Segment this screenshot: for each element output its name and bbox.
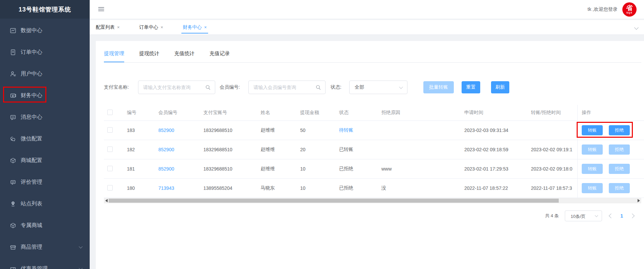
select-all-checkbox[interactable] bbox=[107, 110, 113, 115]
refresh-button[interactable]: 刷新 bbox=[491, 81, 509, 93]
transfer-button[interactable]: 转账 bbox=[582, 164, 603, 174]
row-checkbox[interactable] bbox=[107, 127, 113, 133]
tab-order-center[interactable]: 订单中心 × bbox=[139, 20, 163, 35]
cell-alipay: 18329688510 bbox=[200, 128, 257, 133]
brand-logo-sub: SQX bbox=[626, 12, 632, 14]
table-row: 181 852900 18329688510 赵维维 10 已拒绝 www 20… bbox=[104, 159, 644, 179]
comment-icon bbox=[9, 179, 16, 185]
top-bar: tk ,欢迎您登录 省 SQX bbox=[90, 0, 644, 19]
status-label: 状态: bbox=[331, 81, 341, 94]
reset-button[interactable]: 重置 bbox=[462, 81, 480, 93]
shop-icon bbox=[9, 244, 16, 250]
pagination-total: 共 4 条 bbox=[545, 213, 559, 219]
subtab-recharge-stats[interactable]: 充值统计 bbox=[174, 50, 195, 62]
cell-apply-time: 2023-02-03 09:31:34 bbox=[461, 128, 528, 133]
transfer-button[interactable]: 转账 bbox=[582, 183, 603, 193]
batch-transfer-button[interactable]: 批量转账 bbox=[423, 81, 454, 93]
sidebar-item-order-center[interactable]: 订单中心 bbox=[0, 41, 90, 63]
content-card: 提现管理 提现统计 充值统计 充值记录 支付宝名称: 会员编号: 状态: bbox=[96, 41, 644, 269]
status-badge: 待转账 bbox=[336, 127, 378, 133]
brand-logo[interactable]: 省 SQX bbox=[622, 2, 637, 17]
cell-alipay: 18329688510 bbox=[200, 166, 257, 172]
cell-apply-time: 2023-02-01 17:29:53 bbox=[461, 166, 528, 172]
row-checkbox[interactable] bbox=[107, 185, 113, 190]
welcome-text: tk ,欢迎您登录 bbox=[587, 6, 618, 13]
scroll-right-arrow-icon[interactable] bbox=[638, 199, 640, 202]
member-id-link[interactable]: 713943 bbox=[158, 185, 174, 191]
next-page-icon[interactable] bbox=[630, 214, 635, 218]
scrollbar-thumb[interactable] bbox=[109, 199, 559, 203]
search-icon[interactable] bbox=[315, 85, 321, 92]
sidebar-item-review-manage[interactable]: 评价管理 bbox=[0, 171, 90, 193]
page-size-select[interactable]: 10条/页 bbox=[565, 210, 602, 221]
status-select[interactable]: 全部 bbox=[349, 81, 407, 94]
sidebar-item-exclusive-mall[interactable]: 专属商城 bbox=[0, 215, 90, 236]
sidebar-item-data-center[interactable]: 数据中心 bbox=[0, 20, 90, 41]
row-checkbox[interactable] bbox=[107, 147, 113, 152]
brand-logo-char: 省 bbox=[626, 5, 633, 11]
cell-transfer-time: 2023-02-02 09:19:1 bbox=[528, 147, 577, 152]
member-id-link[interactable]: 852900 bbox=[158, 128, 174, 133]
sidebar-item-label: 微信配置 bbox=[21, 135, 42, 142]
subtab-recharge-records[interactable]: 充值记录 bbox=[209, 50, 230, 62]
close-icon[interactable]: × bbox=[161, 25, 163, 30]
cell-amount: 50 bbox=[297, 128, 336, 133]
sidebar-item-label: 财务中心 bbox=[21, 92, 42, 99]
sidebar-menu: 数据中心 订单中心 用户中心 财务中心 消息中心 bbox=[0, 20, 90, 269]
cell-alipay: 13895585204 bbox=[200, 185, 257, 191]
member-id-link[interactable]: 852900 bbox=[158, 147, 174, 152]
chevron-down-icon bbox=[399, 85, 403, 89]
cell-alipay: 18329688510 bbox=[200, 147, 257, 152]
table-row: 183 852900 18329688510 赵维维 50 待转账 2023-0… bbox=[104, 121, 644, 140]
sidebar-item-goods-manage[interactable]: 商品管理 bbox=[0, 236, 90, 258]
tab-label: 配置列表 bbox=[96, 24, 115, 30]
sidebar-item-label: 优惠券管理 bbox=[21, 265, 48, 269]
member-id-input[interactable] bbox=[253, 81, 313, 94]
alipay-name-input[interactable] bbox=[143, 81, 203, 94]
member-id-link[interactable]: 852900 bbox=[158, 166, 174, 172]
reject-button[interactable]: 拒绝 bbox=[609, 144, 630, 155]
sidebar-item-coupon-manage[interactable]: 优惠券管理 bbox=[0, 258, 90, 269]
cell-name: 赵维维 bbox=[257, 166, 297, 172]
tab-label: 订单中心 bbox=[139, 24, 158, 30]
tabs-dropdown-chevron-icon[interactable] bbox=[634, 25, 639, 30]
cell-amount: 10 bbox=[297, 185, 336, 191]
withdraw-table: 编号 会员编号 支付宝账号 姓名 提现金额 状态 拒绝原因 申请时间 转账/拒绝… bbox=[104, 105, 644, 198]
search-icon[interactable] bbox=[205, 85, 211, 92]
sidebar-item-finance-center[interactable]: 财务中心 bbox=[0, 85, 90, 106]
member-id-input-wrap bbox=[248, 81, 326, 94]
subtab-withdraw-manage[interactable]: 提现管理 bbox=[104, 50, 124, 62]
sidebar-item-mall-config[interactable]: 商城配置 bbox=[0, 150, 90, 171]
sidebar-item-label: 数据中心 bbox=[21, 27, 42, 34]
close-icon[interactable]: × bbox=[117, 25, 120, 30]
wechat-icon bbox=[9, 135, 16, 142]
close-icon[interactable]: × bbox=[204, 25, 207, 30]
transfer-button[interactable]: 转账 bbox=[582, 144, 603, 155]
tab-config-list[interactable]: 配置列表 × bbox=[96, 20, 120, 35]
hamburger-menu-icon[interactable] bbox=[98, 6, 105, 13]
prev-page-icon[interactable] bbox=[609, 214, 614, 218]
sidebar-item-label: 评价管理 bbox=[21, 179, 42, 186]
page-size-value: 10条/页 bbox=[571, 214, 585, 220]
cell-name: 赵维维 bbox=[257, 127, 297, 133]
sidebar-item-wechat-config[interactable]: 微信配置 bbox=[0, 128, 90, 150]
sidebar-item-label: 站点列表 bbox=[21, 200, 42, 207]
horizontal-scrollbar[interactable] bbox=[104, 198, 641, 203]
reject-button[interactable]: 拒绝 bbox=[609, 164, 630, 174]
col-header-apply-time: 申请时间 bbox=[461, 110, 528, 116]
chevron-down-icon bbox=[79, 266, 83, 269]
tab-finance-center[interactable]: 财务中心 × bbox=[183, 20, 207, 35]
row-checkbox[interactable] bbox=[107, 166, 113, 171]
reject-button[interactable]: 拒绝 bbox=[609, 125, 630, 135]
subtab-withdraw-stats[interactable]: 提现统计 bbox=[139, 50, 159, 62]
sidebar-item-message-center[interactable]: 消息中心 bbox=[0, 106, 90, 128]
transfer-button[interactable]: 转账 bbox=[582, 125, 603, 135]
table-row: 180 713943 13895585204 马晓东 10 已拒绝 没 2022… bbox=[104, 179, 644, 198]
cell-apply-time: 2022-11-07 18:57:22 bbox=[461, 185, 528, 191]
current-page[interactable]: 1 bbox=[620, 213, 623, 219]
sidebar-item-user-center[interactable]: 用户中心 bbox=[0, 63, 90, 85]
reject-button[interactable]: 拒绝 bbox=[609, 183, 630, 193]
scroll-left-arrow-icon[interactable] bbox=[105, 199, 108, 202]
sidebar-item-site-list[interactable]: 站点列表 bbox=[0, 193, 90, 215]
subtab-bar: 提现管理 提现统计 充值统计 充值记录 bbox=[104, 50, 245, 62]
